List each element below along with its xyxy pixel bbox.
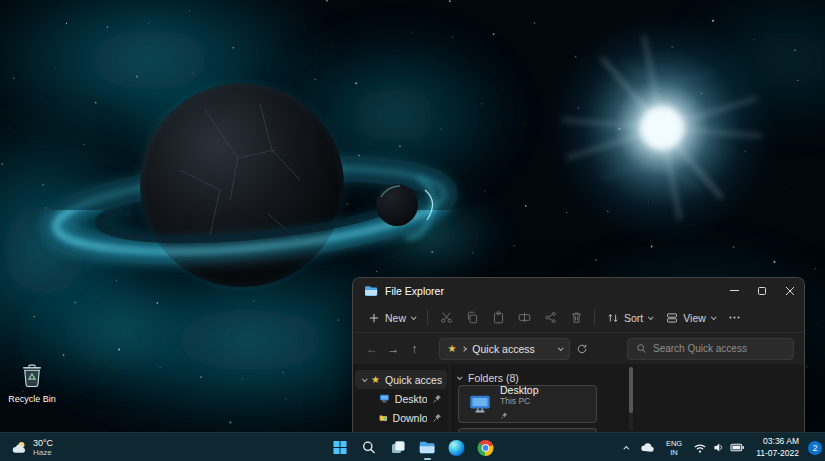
system-tray: ENG IN — [620, 433, 822, 461]
chrome-icon — [477, 440, 493, 456]
search-icon — [362, 440, 377, 455]
sidebar-item-quick-access[interactable]: ★ Quick access — [355, 370, 447, 389]
task-view-icon — [391, 440, 406, 455]
weather-condition: Haze — [33, 449, 53, 458]
clock[interactable]: 03:36 AM 11-07-2022 — [751, 435, 804, 461]
onedrive-button[interactable] — [635, 435, 660, 461]
weather-temperature: 30°C — [33, 438, 53, 449]
task-view-button[interactable] — [385, 435, 411, 461]
sort-label: Sort — [624, 312, 643, 324]
speaker-icon — [712, 441, 725, 454]
recycle-bin[interactable]: Recycle Bin — [5, 362, 59, 404]
paste-icon — [492, 311, 505, 324]
sidebar-item-label: Downloads — [393, 412, 427, 424]
more-options-button[interactable] — [722, 306, 748, 330]
tray-date: 11-07-2022 — [756, 448, 799, 459]
new-button[interactable]: New — [361, 308, 422, 328]
pin-icon — [432, 394, 442, 404]
scrollbar[interactable] — [629, 367, 633, 431]
weather-widget[interactable]: 30°C Haze — [2, 433, 62, 461]
folders-section-header[interactable]: Folders (8) — [457, 370, 567, 385]
scrollbar-thumb[interactable] — [629, 367, 633, 413]
refresh-icon — [576, 343, 588, 355]
back-button[interactable]: ← — [363, 339, 381, 359]
rename-icon — [518, 311, 531, 324]
pin-icon — [432, 413, 442, 423]
sidebar-item-desktop[interactable]: Desktop — [355, 389, 447, 408]
search-taskbar-button[interactable] — [356, 435, 382, 461]
file-explorer-icon — [364, 284, 378, 298]
search-box[interactable] — [627, 338, 794, 360]
titlebar[interactable]: File Explorer — [353, 278, 804, 303]
chevron-down-icon — [457, 374, 463, 380]
desktop-screen: Recycle Bin File Explorer — [0, 0, 825, 461]
paste-button[interactable] — [485, 306, 511, 330]
chevron-down-icon — [711, 314, 717, 320]
tile-location: This PC — [500, 396, 539, 406]
window-body: ★ Quick access Desktop — [353, 364, 804, 432]
file-explorer-window: File Explorer New — [352, 277, 805, 432]
chevron-down-icon — [362, 376, 368, 382]
tile-text: Desktop This PC — [500, 384, 539, 424]
cut-button[interactable] — [433, 306, 459, 330]
window-title: File Explorer — [385, 285, 444, 297]
taskbar: 30°C Haze — [0, 432, 825, 461]
view-label: View — [683, 312, 706, 324]
notification-badge[interactable]: 2 — [808, 441, 822, 455]
ellipsis-icon — [728, 311, 741, 324]
cut-icon — [440, 311, 453, 324]
refresh-button[interactable] — [573, 339, 592, 359]
close-icon — [785, 286, 795, 296]
content-pane: Folders (8) Desktop This PC — [450, 364, 804, 432]
search-icon — [636, 343, 647, 354]
quick-settings-button[interactable] — [688, 435, 750, 461]
plus-icon — [368, 312, 380, 324]
file-explorer-taskbar-button[interactable] — [414, 435, 440, 461]
rename-button[interactable] — [511, 306, 537, 330]
breadcrumb[interactable]: ★ Quick access — [439, 338, 570, 360]
supernova-star — [547, 13, 777, 243]
battery-icon — [730, 440, 745, 455]
edge-taskbar-button[interactable] — [443, 435, 469, 461]
forward-button[interactable]: → — [384, 339, 402, 359]
search-input[interactable] — [653, 343, 785, 354]
recycle-bin-label: Recycle Bin — [5, 394, 59, 404]
sort-icon — [607, 312, 619, 324]
sidebar-item-downloads[interactable]: Downloads — [355, 408, 447, 427]
address-bar: ← → ↑ ★ Quick access — [353, 333, 804, 364]
start-button[interactable] — [327, 435, 353, 461]
quick-access-star-icon: ★ — [447, 344, 456, 354]
navigation-pane: ★ Quick access Desktop — [353, 364, 450, 432]
delete-icon — [570, 311, 583, 324]
hidden-icons-button[interactable] — [620, 435, 634, 461]
file-explorer-icon — [419, 439, 436, 456]
command-bar: New — [353, 303, 804, 333]
chevron-down-icon — [558, 345, 564, 351]
copy-button[interactable] — [459, 306, 485, 330]
delete-button[interactable] — [563, 306, 589, 330]
share-icon — [544, 311, 557, 324]
up-button[interactable]: ↑ — [405, 339, 423, 359]
sort-button[interactable]: Sort — [600, 308, 659, 328]
chevron-right-icon — [462, 346, 468, 352]
folder-tile-desktop[interactable]: Desktop This PC — [458, 385, 597, 423]
desktop-icon — [379, 392, 390, 405]
chevron-down-icon — [648, 314, 654, 320]
language-indicator[interactable]: ENG IN — [661, 435, 687, 461]
chrome-taskbar-button[interactable] — [472, 435, 498, 461]
toolbar-separator — [594, 310, 595, 325]
chevron-down-icon — [411, 314, 417, 320]
quick-access-star-icon: ★ — [371, 375, 380, 385]
new-label: New — [385, 312, 406, 324]
close-button[interactable] — [776, 278, 804, 303]
language-label: ENG — [666, 439, 682, 448]
view-button[interactable]: View — [659, 308, 722, 328]
sidebar-item-label: Desktop — [395, 393, 427, 405]
edge-icon — [448, 440, 464, 456]
cloud-icon — [640, 440, 655, 455]
minimize-button[interactable] — [720, 278, 748, 303]
maximize-button[interactable] — [748, 278, 776, 303]
minimize-icon — [730, 290, 739, 291]
tile-name: Desktop — [500, 384, 539, 396]
share-button[interactable] — [537, 306, 563, 330]
